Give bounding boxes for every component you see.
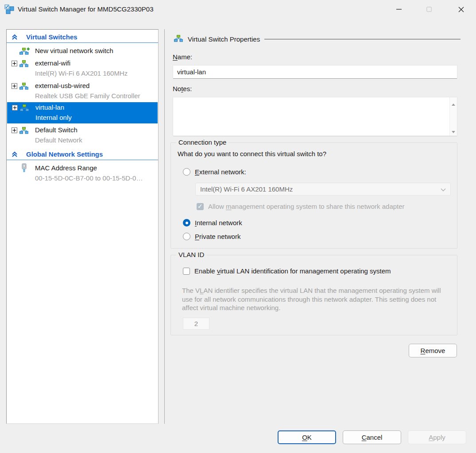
- radio-unchecked-icon[interactable]: [183, 233, 190, 240]
- enable-vlan-label: Enable virtual LAN identification for ma…: [194, 267, 391, 275]
- network-adapter-icon: [21, 163, 27, 174]
- allow-management-label: Allow management operating system to sha…: [208, 203, 405, 210]
- tree-item-subtext: Default Network: [7, 136, 158, 146]
- section-label: Global Network Settings: [26, 150, 103, 158]
- tree-item-subtext: Realtek USB GbE Family Controller: [7, 92, 158, 102]
- section-label: Virtual Switches: [26, 33, 77, 41]
- connection-type-title: Connection type: [176, 138, 228, 146]
- tree-item-subtext: 00-15-5D-0C-B7-00 to 00-15-5D-0…: [7, 174, 158, 184]
- checkbox-checked-disabled-icon[interactable]: [197, 203, 204, 210]
- radio-checked-icon[interactable]: [183, 219, 190, 226]
- tree-item-label: virtual-lan: [35, 104, 64, 111]
- remove-button[interactable]: Remove: [409, 344, 457, 357]
- section-header-virtual-switches[interactable]: Virtual Switches: [7, 31, 158, 43]
- name-label: Name:: [173, 53, 192, 61]
- checkbox-unchecked-icon[interactable]: [183, 268, 190, 275]
- private-network-radio[interactable]: Private network: [183, 233, 240, 240]
- enable-vlan-checkbox[interactable]: Enable virtual LAN identification for ma…: [183, 267, 391, 275]
- close-button[interactable]: [451, 2, 471, 17]
- virtual-switch-icon: [19, 60, 28, 69]
- tree-item-external-usb-wired[interactable]: external-usb-wired: [7, 81, 158, 92]
- tree-item-label: external-usb-wired: [35, 82, 89, 89]
- cancel-button[interactable]: Cancel: [343, 430, 401, 444]
- connection-type-group: Connection type What do you want to conn…: [170, 142, 457, 249]
- tree-item-label: New virtual network switch: [35, 47, 113, 54]
- name-value: virtual-lan: [177, 68, 206, 76]
- tree-item-label: MAC Address Range: [35, 164, 97, 172]
- allow-management-checkbox[interactable]: Allow management operating system to sha…: [197, 203, 405, 210]
- window-title: Virtual Switch Manager for MMD5CG2330P03: [18, 5, 154, 13]
- tree-item-mac-address-range[interactable]: MAC Address Range: [7, 163, 158, 174]
- expand-icon[interactable]: [12, 105, 18, 111]
- vlan-description: The VLAN identifier specifies the virtua…: [182, 286, 450, 312]
- tree-item-external-wifi[interactable]: external-wifi: [7, 58, 158, 69]
- external-network-radio[interactable]: External network:: [183, 168, 246, 176]
- tree-item-subtext: Internal only: [35, 114, 72, 121]
- virtual-switch-icon: [19, 127, 28, 135]
- panel-divider: [164, 29, 165, 424]
- ok-button[interactable]: OK: [278, 430, 336, 444]
- chevron-down-icon: [441, 185, 446, 193]
- expand-icon[interactable]: [12, 61, 17, 66]
- connection-question: What do you want to connect this virtual…: [178, 150, 326, 157]
- expand-icon[interactable]: [12, 83, 17, 89]
- notes-label: Notes:: [173, 85, 192, 92]
- tree-item-default-switch[interactable]: Default Switch: [7, 125, 158, 136]
- virtual-switch-manager-window: Virtual Switch Manager for MMD5CG2330P03…: [0, 0, 476, 453]
- virtual-switch-icon: [174, 35, 183, 43]
- vlan-id-input[interactable]: 2: [183, 318, 209, 330]
- external-network-label: External network:: [195, 168, 246, 176]
- vlan-id-group: VLAN ID Enable virtual LAN identificatio…: [170, 255, 457, 335]
- tree-item-label: external-wifi: [35, 59, 70, 67]
- tree-item-subtext: Intel(R) Wi-Fi 6 AX201 160MHz: [7, 69, 158, 79]
- tree-item-new-virtual-network-switch[interactable]: New virtual network switch: [7, 46, 158, 57]
- adapter-dropdown[interactable]: Intel(R) Wi-Fi 6 AX201 160MHz: [195, 183, 451, 196]
- scroll-up-icon[interactable]: [451, 101, 456, 105]
- collapse-chevrons-icon: [11, 151, 18, 159]
- title-bar: Virtual Switch Manager for MMD5CG2330P03: [0, 0, 476, 19]
- vlan-id-value: 2: [194, 320, 198, 327]
- adapter-value: Intel(R) Wi-Fi 6 AX201 160MHz: [200, 185, 293, 193]
- tree-item-virtual-lan-selected[interactable]: virtual-lan Internal only: [7, 102, 158, 123]
- notes-textarea[interactable]: [173, 97, 457, 136]
- tree-item-label: Default Switch: [35, 126, 77, 134]
- properties-title: Virtual Switch Properties: [188, 35, 260, 43]
- minimize-button[interactable]: [389, 2, 409, 17]
- virtual-switch-icon: [19, 82, 28, 91]
- hyper-v-switch-manager-icon: [4, 4, 14, 14]
- properties-header: Virtual Switch Properties: [174, 35, 461, 43]
- virtual-switch-icon: [20, 104, 29, 113]
- apply-button[interactable]: Apply: [408, 430, 466, 444]
- internal-network-label: Internal network: [195, 219, 242, 226]
- notes-scrollbar[interactable]: [449, 97, 457, 136]
- name-input[interactable]: virtual-lan: [173, 65, 457, 79]
- private-network-label: Private network: [195, 233, 240, 240]
- internal-network-radio[interactable]: Internal network: [183, 219, 242, 226]
- expand-icon[interactable]: [12, 127, 17, 133]
- header-rule: [264, 39, 461, 39]
- new-switch-icon: [19, 47, 30, 56]
- switch-tree-panel: Virtual Switches New virtual network swi…: [6, 29, 159, 424]
- scroll-down-icon[interactable]: [451, 128, 456, 132]
- section-header-global-network-settings[interactable]: Global Network Settings: [7, 149, 158, 160]
- vlan-id-title: VLAN ID: [176, 251, 206, 258]
- radio-unchecked-icon[interactable]: [183, 168, 190, 176]
- maximize-button[interactable]: [419, 2, 439, 17]
- collapse-chevrons-icon: [11, 34, 18, 42]
